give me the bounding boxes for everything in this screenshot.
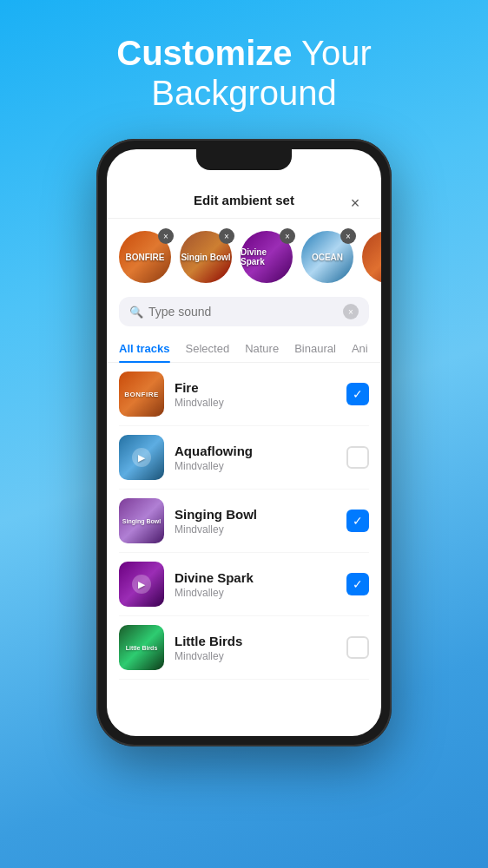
- search-icon: 🔍: [129, 306, 143, 319]
- track-artist-singing-bowl: Mindvalley: [175, 523, 336, 536]
- chip-divine-remove[interactable]: ×: [280, 228, 295, 244]
- chip-ocean-remove[interactable]: ×: [340, 228, 356, 244]
- search-clear-button[interactable]: ×: [343, 304, 359, 319]
- track-item-divine-spark[interactable]: ▶ Divine Spark Mindvalley ✓: [119, 553, 369, 616]
- track-artist-divine-spark: Mindvalley: [175, 587, 336, 599]
- chip-bonfire-remove[interactable]: ×: [158, 228, 174, 244]
- track-info-little-birds: Little Birds Mindvalley: [175, 634, 336, 662]
- modal-title: Edit ambient set: [194, 193, 294, 207]
- track-info-divine-spark: Divine Spark Mindvalley: [175, 570, 336, 599]
- track-name-little-birds: Little Birds: [175, 634, 336, 648]
- phone-screen: Edit ambient set × BONFIRE × Singin Bowl…: [107, 149, 381, 736]
- track-check-aquaflowing[interactable]: [346, 446, 369, 469]
- track-check-divine-spark[interactable]: ✓: [346, 573, 369, 595]
- chip-pr[interactable]: PR: [362, 231, 381, 283]
- search-input[interactable]: [148, 305, 338, 319]
- tab-all-tracks[interactable]: All tracks: [119, 335, 170, 362]
- play-icon-aquaflowing: ▶: [132, 448, 151, 467]
- chip-pr-circle: PR: [362, 231, 381, 283]
- track-check-singing-bowl[interactable]: ✓: [346, 510, 369, 532]
- track-check-little-birds[interactable]: [346, 636, 369, 659]
- track-thumb-fire: BONFIRE: [119, 372, 164, 417]
- track-info-fire: Fire Mindvalley: [175, 380, 336, 409]
- headline: Customize Your Background: [116, 33, 371, 113]
- tab-binaural[interactable]: Binaural: [294, 335, 336, 362]
- tab-selected[interactable]: Selected: [186, 335, 230, 362]
- phone-notch: [196, 149, 292, 170]
- track-name-divine-spark: Divine Spark: [175, 570, 336, 585]
- track-artist-fire: Mindvalley: [175, 397, 336, 409]
- track-artist-little-birds: Mindvalley: [175, 650, 336, 662]
- track-thumb-singing-bowl: Singing Bowl: [119, 498, 164, 543]
- close-button[interactable]: ×: [345, 193, 366, 214]
- chip-divine[interactable]: Divine Spark ×: [241, 231, 293, 283]
- track-name-singing-bowl: Singing Bowl: [175, 507, 336, 522]
- sound-chips-row: BONFIRE × Singin Bowl × Divine Spark × O…: [107, 219, 381, 292]
- headline-rest: Your: [293, 34, 372, 72]
- track-artist-aquaflowing: Mindvalley: [175, 460, 336, 472]
- play-icon-divine: ▶: [132, 575, 151, 594]
- tab-ani[interactable]: Ani: [352, 335, 368, 362]
- track-info-singing-bowl: Singing Bowl Mindvalley: [175, 507, 336, 536]
- chip-ocean[interactable]: OCEAN ×: [301, 231, 353, 283]
- track-item-little-birds[interactable]: Little Birds Little Birds Mindvalley: [119, 616, 369, 680]
- chip-bowl-remove[interactable]: ×: [219, 228, 234, 244]
- tabs-row: All tracks Selected Nature Binaural Ani: [107, 335, 381, 363]
- track-item-aquaflowing[interactable]: ▶ Aquaflowing Mindvalley: [119, 426, 369, 490]
- phone-shell: Edit ambient set × BONFIRE × Singin Bowl…: [96, 139, 392, 746]
- search-bar: 🔍 ×: [119, 297, 369, 326]
- tab-nature[interactable]: Nature: [245, 335, 279, 362]
- track-item-singing-bowl[interactable]: Singing Bowl Singing Bowl Mindvalley ✓: [119, 490, 369, 553]
- track-item-fire[interactable]: BONFIRE Fire Mindvalley ✓: [119, 363, 369, 426]
- track-check-fire[interactable]: ✓: [346, 383, 369, 405]
- headline-line2: Background: [116, 73, 371, 113]
- track-list: BONFIRE Fire Mindvalley ✓ ▶ Aquaflowing …: [107, 363, 381, 736]
- track-thumb-aquaflowing: ▶: [119, 435, 164, 480]
- headline-bold: Customize: [116, 34, 292, 72]
- track-info-aquaflowing: Aquaflowing Mindvalley: [175, 444, 336, 472]
- track-thumb-little-birds: Little Birds: [119, 625, 164, 670]
- phone-mockup: Edit ambient set × BONFIRE × Singin Bowl…: [96, 139, 392, 746]
- chip-bonfire[interactable]: BONFIRE ×: [119, 231, 171, 283]
- track-thumb-divine-spark: ▶: [119, 562, 164, 607]
- chip-bowl[interactable]: Singin Bowl ×: [180, 231, 232, 283]
- track-name-fire: Fire: [175, 380, 336, 395]
- track-name-aquaflowing: Aquaflowing: [175, 444, 336, 458]
